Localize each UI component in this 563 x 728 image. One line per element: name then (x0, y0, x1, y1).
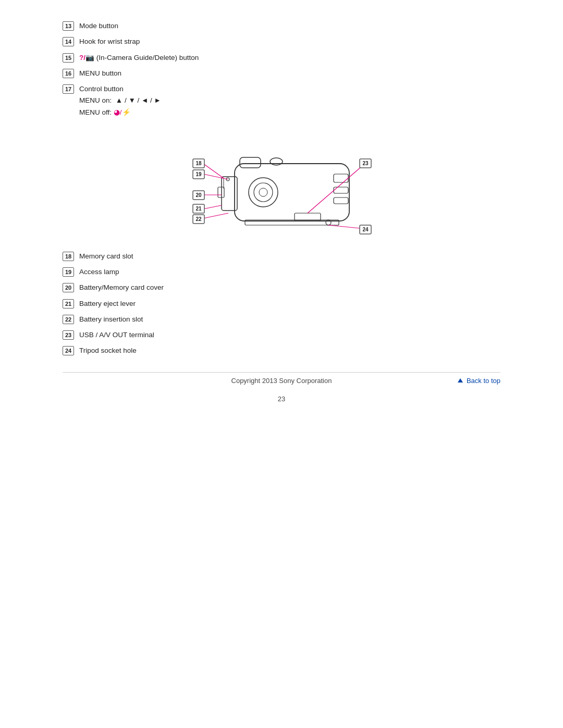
item-17: 17 Control button MENU on: ▲ / ▼ / ◄ / ►… (63, 84, 500, 118)
item-20: 20 Battery/Memory card cover (63, 282, 500, 293)
badge-18: 18 (63, 252, 74, 261)
item-24: 24 Tripod socket hole (63, 346, 500, 356)
item-21: 21 Battery eject lever (63, 299, 500, 309)
item-17-sub2: MENU off: ◕/⚡ (79, 107, 161, 118)
badge-13: 13 (63, 21, 74, 31)
svg-point-7 (259, 188, 267, 196)
badge-20: 20 (63, 283, 74, 292)
item-17-sub1: MENU on: ▲ / ▼ / ◄ / ► (79, 95, 161, 106)
svg-rect-8 (334, 174, 348, 182)
diagram-svg: 18 19 20 21 22 23 24 (172, 132, 391, 237)
badge-14: 14 (63, 37, 74, 46)
svg-text:23: 23 (362, 161, 369, 166)
svg-line-21 (308, 164, 365, 213)
back-to-top-link[interactable]: Back to top (458, 377, 500, 385)
badge-16: 16 (63, 69, 74, 78)
item-22: 22 Battery insertion slot (63, 314, 500, 325)
svg-text:19: 19 (195, 171, 202, 177)
copyright-text: Copyright 2013 Sony Corporation (209, 377, 354, 385)
item-18-text: Memory card slot (79, 251, 133, 262)
svg-text:24: 24 (362, 227, 369, 232)
svg-point-6 (254, 183, 273, 202)
item-23-text: USB / A/V OUT terminal (79, 330, 154, 340)
svg-text:20: 20 (195, 192, 202, 198)
item-23: 23 USB / A/V OUT terminal (63, 330, 500, 340)
svg-point-5 (249, 178, 278, 207)
item-15: 15 ?/📷 (In-Camera Guide/Delete) button (63, 53, 500, 63)
item-21-text: Battery eject lever (79, 299, 136, 309)
footer: Copyright 2013 Sony Corporation Back to … (63, 372, 500, 385)
badge-23: 23 (63, 330, 74, 340)
item-19-text: Access lamp (79, 267, 119, 277)
svg-text:18: 18 (195, 161, 202, 166)
item-17-text: Control button MENU on: ▲ / ▼ / ◄ / ► ME… (79, 84, 161, 118)
svg-rect-2 (218, 187, 224, 198)
badge-15: 15 (63, 53, 74, 63)
item-16: 16 MENU button (63, 68, 500, 79)
item-13-text: Mode button (79, 21, 118, 31)
badge-19: 19 (63, 267, 74, 277)
svg-text:22: 22 (195, 216, 202, 222)
diagram-items-list: 18 Memory card slot 19 Access lamp 20 Ba… (63, 251, 500, 356)
badge-17: 17 (63, 84, 74, 94)
back-to-top-label: Back to top (467, 377, 500, 385)
item-19: 19 Access lamp (63, 267, 500, 277)
badge-22: 22 (63, 315, 74, 324)
item-15-text: ?/📷 (In-Camera Guide/Delete) button (79, 53, 199, 63)
page-number: 23 (63, 395, 500, 403)
svg-text:21: 21 (195, 206, 202, 212)
back-to-top-icon (458, 378, 463, 382)
item-16-text: MENU button (79, 68, 121, 79)
camera-diagram: 18 19 20 21 22 23 24 (63, 132, 500, 237)
item-22-text: Battery insertion slot (79, 314, 143, 325)
item-14-text: Hook for wrist strap (79, 36, 140, 47)
svg-rect-3 (240, 157, 261, 168)
svg-rect-15 (295, 213, 321, 220)
svg-rect-9 (334, 187, 348, 193)
item-24-text: Tripod socket hole (79, 346, 137, 356)
item-13: 13 Mode button (63, 21, 500, 31)
badge-21: 21 (63, 299, 74, 309)
badge-24: 24 (63, 346, 74, 355)
item-20-text: Battery/Memory card cover (79, 282, 164, 293)
svg-line-20 (203, 213, 228, 218)
item-18: 18 Memory card slot (63, 251, 500, 262)
item-14: 14 Hook for wrist strap (63, 36, 500, 47)
svg-rect-10 (334, 198, 348, 204)
camera-body: 18 19 20 21 22 23 24 (193, 157, 371, 234)
